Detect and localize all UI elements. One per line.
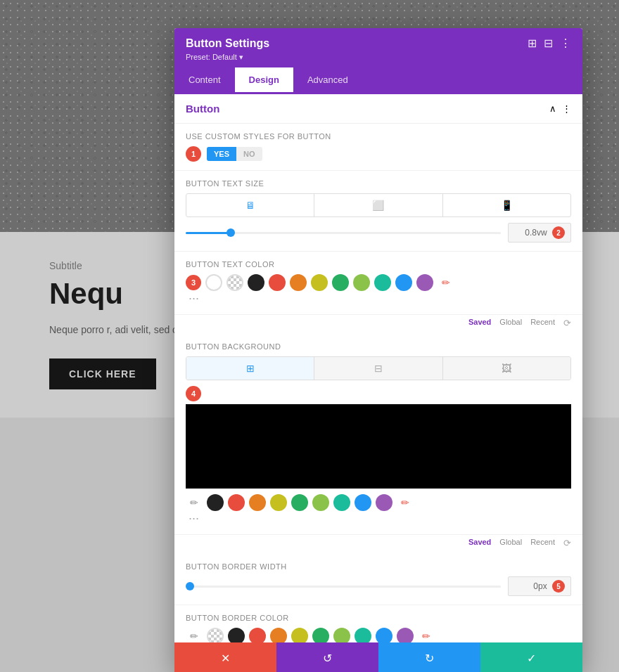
text-size-label: Button Text Size (186, 179, 571, 188)
step-badge-3: 3 (186, 275, 201, 290)
border-pencil-red[interactable]: ✏ (418, 628, 435, 642)
text-size-track[interactable] (186, 232, 501, 234)
pencil-swatch[interactable]: ✏ (438, 274, 454, 291)
step-badge-1: 1 (186, 146, 201, 162)
settings-panel: Button Settings ⊞ ⊟ ⋮ Preset: Default ▾ … (174, 28, 582, 672)
color-purple[interactable] (416, 274, 433, 291)
bg-pencil-swatch[interactable]: ✏ (186, 494, 203, 511)
border-color-field: Button Border Color ✏ ✏ ··· (174, 605, 582, 642)
border-color-yellow[interactable] (291, 628, 308, 642)
panel-tabs: Content Design Advanced (174, 67, 582, 94)
size-btn-tablet[interactable]: ⬜ (314, 194, 442, 217)
section-more-icon[interactable]: ⋮ (562, 103, 571, 114)
bg-swatch-more[interactable]: ··· (186, 511, 571, 526)
border-width-thumb[interactable] (186, 582, 194, 590)
undo-button[interactable]: ↺ (276, 642, 378, 672)
bg-pencil-red[interactable]: ✏ (397, 494, 414, 511)
tab-advanced[interactable]: Advanced (293, 67, 362, 94)
panel-header-icons: ⊞ ⊟ ⋮ (528, 37, 571, 50)
bg-type-gradient[interactable]: ⊟ (314, 357, 442, 380)
save-button[interactable]: ✓ (480, 642, 582, 672)
bg-field: Button Background ⊞ ⊟ 🖼 4 ✏ (174, 334, 582, 535)
split-icon[interactable]: ⊟ (544, 37, 553, 50)
bg-label: Button Background (186, 342, 571, 351)
color-red[interactable] (269, 274, 286, 291)
bg-color-orange[interactable] (249, 494, 266, 511)
redo-button[interactable]: ↻ (378, 642, 480, 672)
bg-color-black[interactable] (207, 494, 224, 511)
step-badge-5: 5 (552, 580, 565, 593)
global-link[interactable]: Global (499, 318, 522, 328)
text-size-thumb[interactable] (226, 228, 235, 237)
color-blue[interactable] (395, 274, 412, 291)
border-width-slider-row: 0px 5 (186, 576, 571, 596)
border-color-teal[interactable] (355, 628, 371, 642)
color-green[interactable] (332, 274, 349, 291)
size-btn-desktop[interactable]: 🖥 (186, 194, 314, 217)
toggle-no[interactable]: NO (236, 147, 262, 161)
color-white[interactable] (205, 274, 222, 291)
border-color-black[interactable] (228, 628, 245, 642)
border-color-orange[interactable] (270, 628, 287, 642)
border-color-red[interactable] (249, 628, 266, 642)
cancel-button[interactable]: ✕ (174, 642, 276, 672)
border-color-blue[interactable] (376, 628, 393, 642)
step-badge-4: 4 (186, 386, 201, 401)
border-width-field: Button Border Width 0px 5 (174, 554, 582, 605)
color-teal[interactable] (374, 274, 391, 291)
text-color-label: Button Text Color (186, 260, 571, 269)
color-preview-box[interactable] (186, 404, 571, 489)
bg-color-blue[interactable] (355, 494, 371, 511)
panel-header: Button Settings ⊞ ⊟ ⋮ Preset: Default ▾ (174, 28, 582, 67)
text-color-field: Button Text Color 3 ✏ ··· (174, 252, 582, 315)
border-pencil-swatch[interactable]: ✏ (186, 628, 203, 642)
bg-color-purple[interactable] (376, 494, 393, 511)
section-header: Button ∧ ⋮ (174, 94, 582, 124)
border-color-lime[interactable] (333, 628, 350, 642)
bg-saved-link[interactable]: Saved (468, 538, 491, 548)
toggle-switch[interactable]: YES NO (207, 147, 262, 161)
color-orange[interactable] (290, 274, 307, 291)
bg-color-red[interactable] (228, 494, 245, 511)
text-color-swatches: 3 ✏ (186, 274, 571, 291)
size-btn-mobile[interactable]: 📱 (443, 194, 570, 217)
section-title: Button (186, 103, 219, 115)
swatch-more[interactable]: ··· (186, 291, 571, 306)
panel-title: Button Settings (186, 37, 269, 50)
bg-color-lime[interactable] (312, 494, 329, 511)
step4-wrap: 4 (186, 386, 571, 401)
bg-type-solid[interactable]: ⊞ (186, 357, 314, 380)
saved-link[interactable]: Saved (468, 318, 491, 328)
reset-icon-1[interactable]: ⟳ (563, 318, 571, 328)
tab-design[interactable]: Design (235, 67, 293, 94)
panel-header-top: Button Settings ⊞ ⊟ ⋮ (186, 37, 571, 50)
bg-recent-link[interactable]: Recent (530, 538, 555, 548)
panel-footer: ✕ ↺ ↻ ✓ (174, 642, 582, 672)
color-transparent[interactable] (226, 274, 243, 291)
reset-icon-2[interactable]: ⟳ (563, 538, 571, 548)
collapse-icon[interactable]: ∧ (549, 103, 556, 114)
bg-global-link[interactable]: Global (499, 538, 522, 548)
bg-type-image[interactable]: 🖼 (443, 357, 570, 380)
color-lime[interactable] (353, 274, 370, 291)
fullscreen-icon[interactable]: ⊞ (528, 37, 537, 50)
size-buttons: 🖥 ⬜ 📱 (186, 193, 571, 217)
bg-color-teal[interactable] (333, 494, 350, 511)
border-color-transparent[interactable] (207, 628, 224, 642)
border-color-green[interactable] (312, 628, 329, 642)
tab-content[interactable]: Content (174, 67, 235, 94)
saved-row-2: Saved Global Recent ⟳ (174, 535, 582, 554)
bg-color-yellow[interactable] (270, 494, 287, 511)
color-yellow[interactable] (311, 274, 328, 291)
custom-styles-field: Use Custom Styles For Button 1 YES NO (174, 124, 582, 171)
color-black[interactable] (248, 274, 264, 291)
text-size-slider-row: 0.8vw 2 (186, 223, 571, 243)
border-width-track[interactable] (186, 586, 501, 588)
recent-link[interactable]: Recent (530, 318, 555, 328)
custom-styles-label: Use Custom Styles For Button (186, 132, 571, 141)
toggle-yes[interactable]: YES (207, 147, 236, 161)
border-color-purple[interactable] (397, 628, 414, 642)
bg-color-green[interactable] (291, 494, 308, 511)
panel-preset: Preset: Default ▾ (186, 53, 571, 62)
more-icon[interactable]: ⋮ (560, 37, 571, 50)
